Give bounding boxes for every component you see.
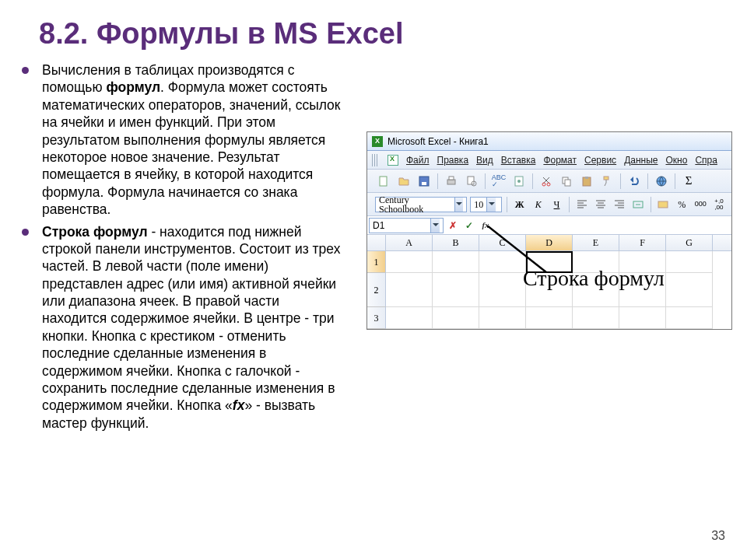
cell[interactable] bbox=[433, 251, 479, 273]
font-size-combo[interactable]: 10 bbox=[470, 197, 502, 212]
menu-data[interactable]: Данные bbox=[624, 156, 658, 165]
cut-icon[interactable] bbox=[538, 173, 555, 190]
cell[interactable] bbox=[386, 251, 433, 273]
window-title: Microsoft Excel - Книга1 bbox=[388, 137, 489, 146]
separator-icon bbox=[675, 173, 675, 189]
toolbar-grip-icon[interactable] bbox=[372, 154, 378, 166]
underline-icon[interactable]: Ч bbox=[549, 196, 565, 213]
chevron-down-icon[interactable] bbox=[454, 198, 463, 212]
svg-rect-2 bbox=[422, 182, 426, 185]
paste-icon[interactable] bbox=[578, 173, 595, 190]
excel-app-icon: X bbox=[372, 136, 383, 147]
cell[interactable] bbox=[479, 307, 526, 329]
undo-icon[interactable] bbox=[626, 173, 643, 190]
separator-icon bbox=[620, 173, 621, 189]
formatting-toolbar: Century Schoolbook 10 Ж К Ч % bbox=[367, 193, 731, 216]
formula-confirm-button[interactable]: ✓ bbox=[462, 219, 476, 233]
fx-button[interactable]: fx bbox=[479, 219, 493, 233]
percent-icon[interactable]: % bbox=[674, 196, 689, 213]
cell[interactable] bbox=[479, 251, 526, 273]
menu-help[interactable]: Спра bbox=[695, 156, 717, 165]
separator-icon bbox=[507, 197, 507, 212]
format-painter-icon[interactable] bbox=[598, 173, 615, 190]
column-header[interactable]: C bbox=[479, 235, 526, 250]
open-icon[interactable] bbox=[395, 173, 412, 190]
currency-icon[interactable] bbox=[656, 196, 672, 213]
menu-window[interactable]: Окно bbox=[665, 156, 687, 165]
cell[interactable] bbox=[433, 307, 479, 329]
menu-insert[interactable]: Вставка bbox=[501, 156, 536, 165]
select-all-corner[interactable] bbox=[367, 235, 386, 250]
cell[interactable] bbox=[666, 273, 713, 307]
font-name-value: Century Schoolbook bbox=[379, 195, 451, 214]
comma-icon[interactable]: 000 bbox=[693, 196, 708, 213]
bullet-2: Строка формул - находится под нижней стр… bbox=[22, 223, 345, 432]
new-icon[interactable] bbox=[375, 173, 392, 190]
separator-icon bbox=[485, 173, 486, 189]
svg-point-8 bbox=[517, 180, 521, 183]
active-cell[interactable] bbox=[526, 251, 573, 273]
save-icon[interactable] bbox=[416, 173, 433, 190]
cell[interactable] bbox=[666, 251, 713, 273]
cell[interactable] bbox=[479, 273, 526, 307]
research-icon[interactable] bbox=[510, 173, 528, 190]
row-header[interactable]: 2 bbox=[367, 273, 386, 307]
cell[interactable] bbox=[666, 307, 713, 329]
italic-icon[interactable]: К bbox=[531, 196, 546, 213]
autosum-icon[interactable]: Σ bbox=[680, 173, 697, 190]
menubar: Файл Правка Вид Вставка Формат Сервис Да… bbox=[367, 151, 731, 170]
cell[interactable] bbox=[619, 307, 666, 329]
cell[interactable] bbox=[526, 307, 573, 329]
increase-decimal-icon[interactable]: +,0,00 bbox=[711, 196, 727, 213]
column-header[interactable]: G bbox=[666, 235, 713, 250]
column-header[interactable]: F bbox=[619, 235, 666, 250]
menu-view[interactable]: Вид bbox=[476, 156, 493, 165]
chevron-down-icon[interactable] bbox=[486, 198, 496, 212]
para1-c: . Формула может состоять математических … bbox=[42, 79, 341, 217]
cell[interactable] bbox=[433, 273, 479, 307]
cell[interactable] bbox=[386, 307, 433, 329]
name-box-value: D1 bbox=[373, 221, 384, 230]
para1-bold: формул bbox=[106, 79, 160, 95]
font-size-value: 10 bbox=[474, 200, 483, 209]
cell[interactable] bbox=[386, 273, 433, 307]
align-center-icon[interactable] bbox=[593, 196, 608, 213]
separator-icon bbox=[651, 197, 651, 212]
print-preview-icon[interactable] bbox=[463, 173, 480, 190]
chevron-down-icon[interactable] bbox=[430, 219, 440, 233]
menu-tools[interactable]: Сервис bbox=[584, 156, 616, 165]
svg-rect-0 bbox=[380, 177, 387, 186]
align-left-icon[interactable] bbox=[574, 196, 590, 213]
excel-screenshot: X Microsoft Excel - Книга1 Файл Правка В… bbox=[366, 61, 732, 436]
bold-icon[interactable]: Ж bbox=[512, 196, 528, 213]
svg-rect-5 bbox=[468, 177, 474, 184]
cell[interactable] bbox=[573, 307, 619, 329]
row-header[interactable]: 1 bbox=[367, 251, 386, 273]
name-box[interactable]: D1 bbox=[369, 218, 444, 233]
svg-rect-3 bbox=[447, 180, 455, 184]
spellcheck-icon[interactable]: ABC✓ bbox=[490, 173, 507, 190]
separator-icon bbox=[569, 197, 570, 212]
svg-rect-18 bbox=[658, 201, 668, 208]
copy-icon[interactable] bbox=[558, 173, 575, 190]
grid-row: 1 bbox=[367, 251, 731, 273]
row-header[interactable]: 3 bbox=[367, 307, 386, 329]
column-header[interactable]: D bbox=[526, 235, 573, 250]
column-header[interactable]: E bbox=[573, 235, 619, 250]
document-icon[interactable] bbox=[388, 155, 398, 166]
column-header[interactable]: B bbox=[433, 235, 479, 250]
column-header[interactable]: A bbox=[386, 235, 433, 250]
merge-center-icon[interactable] bbox=[630, 196, 646, 213]
align-right-icon[interactable] bbox=[612, 196, 627, 213]
formula-cancel-button[interactable]: ✗ bbox=[446, 219, 460, 233]
svg-rect-4 bbox=[449, 177, 454, 180]
font-combo[interactable]: Century Schoolbook bbox=[375, 197, 467, 212]
print-icon[interactable] bbox=[443, 173, 460, 190]
grid-row: 3 bbox=[367, 307, 731, 329]
page-number: 33 bbox=[711, 529, 725, 543]
hyperlink-icon[interactable] bbox=[653, 173, 670, 190]
para2-b: - находится под нижней строкой панели ин… bbox=[42, 224, 340, 414]
menu-edit[interactable]: Правка bbox=[437, 156, 469, 165]
menu-file[interactable]: Файл bbox=[406, 156, 430, 165]
menu-format[interactable]: Формат bbox=[543, 156, 577, 165]
